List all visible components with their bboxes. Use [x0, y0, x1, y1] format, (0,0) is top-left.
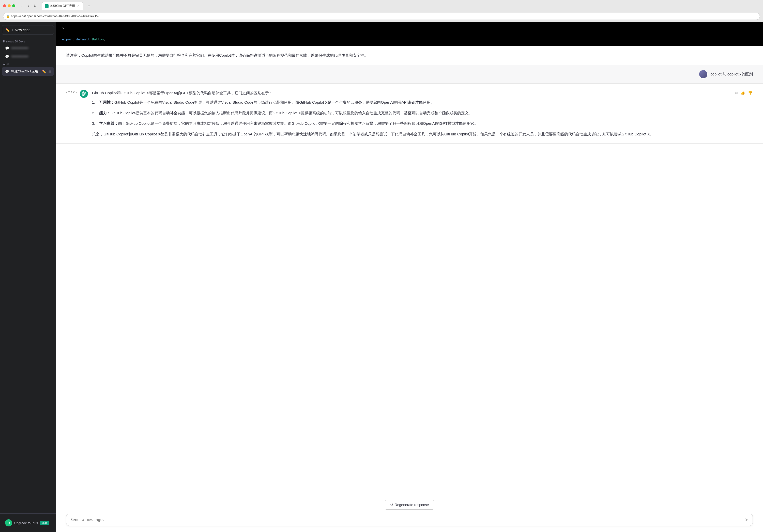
ai-message-content: GitHub Copilot和GitHub Copilot X都是基于OpenA… — [92, 90, 753, 137]
copy-button[interactable]: ⧉ — [734, 90, 738, 96]
back-button[interactable]: ‹ — [19, 3, 24, 8]
maximize-traffic-light[interactable] — [12, 4, 15, 7]
chat-area: }; export default Button; 请注意，Copilot的生成… — [56, 22, 763, 496]
regenerate-label: Regenerate response — [395, 503, 429, 507]
send-button[interactable]: ➤ — [745, 517, 748, 523]
upgrade-button[interactable]: U Upgrade to Plus NEW — [2, 517, 54, 529]
next-arrow[interactable]: › — [76, 90, 77, 94]
new-badge: NEW — [40, 521, 49, 525]
pagination: ‹ 2 / 2 › — [66, 90, 77, 94]
code-line-3: export default Button; — [62, 37, 757, 42]
browser-nav: ‹ › ↻ — [19, 3, 38, 8]
sidebar-footer: U Upgrade to Plus NEW — [0, 513, 56, 532]
code-block: }; export default Button; — [56, 22, 763, 46]
list-num-1: 1. — [92, 99, 97, 106]
thumbs-down-button[interactable]: 👎 — [747, 90, 753, 96]
minimize-traffic-light[interactable] — [8, 4, 11, 7]
export-keyword: export default — [62, 37, 92, 41]
bottom-area: ↺ Regenerate response ➤ — [56, 496, 763, 532]
url-input[interactable]: 🔒 https://chat.openai.com/c/f9d9fdab-1le… — [3, 13, 760, 20]
new-chat-label: + New chat — [12, 28, 30, 32]
user-avatar — [699, 70, 708, 78]
chat-icon-active: 💬 — [5, 70, 9, 73]
regenerate-button[interactable]: ↺ Regenerate response — [385, 500, 434, 510]
user-message-bubble: copilot 与 copilot x的区别 — [699, 70, 753, 78]
sidebar-item-2-text: •••••••••••••••• — [11, 55, 51, 58]
list-item-2: 2. 能力：GitHub Copilot提供基本的代码自动补全功能，可以根据您的… — [92, 110, 753, 116]
lock-icon: 🔒 — [6, 15, 10, 18]
list-num-3: 3. — [92, 120, 97, 127]
regenerate-icon: ↺ — [390, 503, 393, 507]
pagination-text: 2 / 2 — [68, 90, 74, 94]
browser-tab[interactable]: 构建ChatGPT应用 ✕ — [42, 2, 83, 10]
browser-chrome: ‹ › ↻ 构建ChatGPT应用 ✕ + 🔒 https://chat.ope… — [0, 0, 763, 22]
section-april-label: April — [0, 61, 56, 67]
traffic-lights — [3, 4, 15, 7]
list-item-3: 3. 学习曲线：由于GitHub Copilot是一个免费扩展，它的学习曲线相对… — [92, 120, 753, 127]
ai-message-header-row: GitHub Copilot和GitHub Copilot X都是基于OpenA… — [92, 90, 753, 99]
ai-list: 1. 可用性：GitHub Copilot是一个免费的Visual Studio… — [92, 99, 753, 127]
reload-button[interactable]: ↻ — [33, 3, 38, 8]
openai-icon — [80, 90, 88, 98]
section-previous-label: Previous 30 Days — [0, 38, 56, 44]
list-item-1: 1. 可用性：GitHub Copilot是一个免费的Visual Studio… — [92, 99, 753, 106]
browser-titlebar: ‹ › ↻ 构建ChatGPT应用 ✕ + — [0, 0, 763, 12]
prev-arrow[interactable]: ‹ — [66, 90, 67, 94]
user-icon: U — [5, 519, 12, 526]
code-line-2 — [62, 32, 757, 37]
list-item-3-text: 学习曲线：由于GitHub Copilot是一个免费扩展，它的学习曲线相对较低，… — [99, 120, 478, 127]
close-traffic-light[interactable] — [3, 4, 6, 7]
user-avatar-inner — [699, 70, 708, 78]
sidebar-item-active[interactable]: 💬 构建ChatGPT应用 ✏️ 🗑 — [2, 67, 54, 76]
user-message-text: copilot 与 copilot x的区别 — [710, 70, 753, 77]
list-item-1-text: 可用性：GitHub Copilot是一个免费的Visual Studio Co… — [99, 99, 434, 106]
app-container: ✏️ + New chat Previous 30 Days 💬 •••••••… — [0, 22, 763, 532]
openai-logo — [82, 91, 86, 96]
ai-message-row: ‹ 2 / 2 › GitHub Copilot和GitHub Copilot … — [56, 84, 763, 144]
notice-message: 请注意，Copilot的生成结果可能并不总是完美无缺的，您需要自行检查和完善它们… — [56, 46, 763, 65]
input-row: ➤ — [66, 514, 753, 526]
chat-icon-1: 💬 — [5, 46, 9, 50]
url-text: https://chat.openai.com/c/f9d9fdab-1lef-… — [11, 15, 100, 18]
sidebar-item-2[interactable]: 💬 •••••••••••••••• — [2, 52, 54, 60]
sidebar-item-1[interactable]: 💬 •••••••••••••••• — [2, 44, 54, 52]
tab-close-button[interactable]: ✕ — [76, 4, 80, 8]
delete-button[interactable]: 🗑 — [48, 69, 52, 74]
ai-summary: 总之，GitHub Copilot和GitHub Copilot X都是非常强大… — [92, 131, 753, 137]
ai-message-left: ‹ 2 / 2 › — [66, 90, 88, 137]
sidebar: ✏️ + New chat Previous 30 Days 💬 •••••••… — [0, 22, 56, 532]
address-bar: 🔒 https://chat.openai.com/c/f9d9fdab-1le… — [0, 12, 763, 22]
user-message-row: copilot 与 copilot x的区别 — [56, 65, 763, 84]
sidebar-item-1-text: •••••••••••••••• — [11, 46, 51, 50]
notice-text: 请注意，Copilot的生成结果可能并不总是完美无缺的，您需要自行检查和完善它们… — [66, 53, 368, 57]
new-tab-button[interactable]: + — [85, 2, 92, 9]
chat-icon-2: 💬 — [5, 54, 9, 58]
plus-icon: ✏️ — [5, 28, 10, 32]
code-line-1: }; — [62, 26, 757, 32]
ai-intro: GitHub Copilot和GitHub Copilot X都是基于OpenA… — [92, 90, 273, 96]
item-actions: ✏️ 🗑 — [42, 69, 52, 74]
regenerate-row: ↺ Regenerate response — [66, 500, 753, 510]
semicolon: ; — [104, 37, 106, 41]
button-identifier: Button — [92, 37, 104, 41]
ai-message-actions: ⧉ 👍 👎 — [734, 90, 753, 96]
message-input[interactable] — [70, 517, 745, 522]
tab-favicon — [45, 4, 49, 8]
send-icon: ➤ — [745, 517, 748, 523]
main-content: }; export default Button; 请注意，Copilot的生成… — [56, 22, 763, 532]
thumbs-up-button[interactable]: 👍 — [740, 90, 745, 96]
new-chat-button[interactable]: ✏️ + New chat — [2, 25, 54, 35]
tab-title: 构建ChatGPT应用 — [50, 4, 75, 8]
code-closing-brace: }; — [62, 27, 66, 31]
rename-button[interactable]: ✏️ — [42, 69, 47, 74]
upgrade-label: Upgrade to Plus — [14, 521, 38, 525]
forward-button[interactable]: › — [26, 3, 31, 8]
list-item-2-text: 能力：GitHub Copilot提供基本的代码自动补全功能，可以根据您的输入推… — [99, 110, 473, 116]
list-num-2: 2. — [92, 110, 97, 116]
